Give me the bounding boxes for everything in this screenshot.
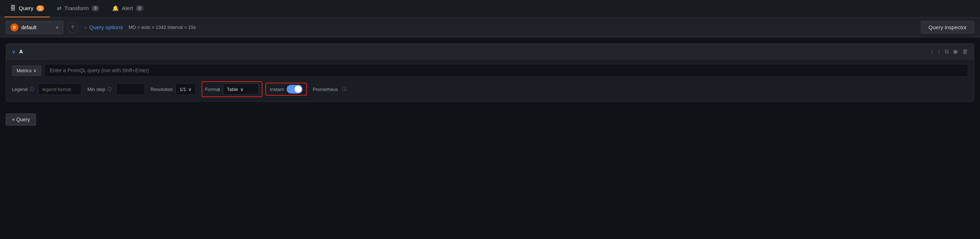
format-select[interactable]: Table ∨ [223, 83, 259, 95]
resolution-select[interactable]: 1/1 ∨ [176, 83, 196, 95]
move-up-icon[interactable]: ↑ [937, 48, 940, 55]
instant-label: Instant [270, 87, 284, 92]
options-row: Legend ⓘ Min step ⓘ Resolution 1/1 ∨ For… [12, 81, 968, 97]
datasource-name: default [21, 24, 52, 30]
tab-transform[interactable]: ⇄ Transform 0 [51, 0, 105, 17]
min-step-input[interactable] [116, 83, 145, 95]
query-panel: ∨ A ↓ ↑ ⧉ ◉ 🗑 Metrics ∨ Legend ⓘ Min ste… [6, 43, 974, 102]
tab-alert[interactable]: 🔔 Alert 0 [107, 0, 149, 17]
panel-letter: A [19, 48, 23, 55]
metrics-label: Metrics [17, 68, 32, 73]
resolution-chevron-icon: ∨ [188, 87, 192, 92]
toggle-thumb [294, 85, 302, 93]
database-icon: 🗄 [10, 5, 16, 11]
bell-icon: 🔔 [112, 5, 119, 11]
legend-input[interactable] [38, 83, 81, 95]
query-options-meta: MD = auto = 1342 Interval = 15s [129, 24, 196, 30]
tab-transform-badge: 0 [92, 5, 99, 11]
min-step-info-icon[interactable]: ⓘ [107, 86, 112, 92]
query-panel-header: ∨ A ↓ ↑ ⧉ ◉ 🗑 [6, 44, 974, 59]
add-query-section: + Query [0, 107, 980, 132]
query-input[interactable] [45, 64, 968, 77]
resolution-label: Resolution [151, 87, 173, 92]
transform-icon: ⇄ [57, 5, 62, 11]
tab-query-label: Query [19, 5, 33, 11]
resolution-value: 1/1 [180, 87, 186, 92]
query-options-bar: D default ∨ ? › Query options MD = auto … [0, 17, 980, 38]
metrics-chevron-icon: ∨ [33, 68, 37, 73]
query-row: Metrics ∨ Legend ⓘ Min step ⓘ Resolution… [6, 59, 974, 101]
prometheus-info-icon[interactable]: ⓘ [342, 86, 347, 92]
panel-collapse-button[interactable]: ∨ [12, 49, 16, 55]
copy-icon[interactable]: ⧉ [945, 48, 949, 55]
add-query-button[interactable]: + Query [6, 113, 36, 126]
query-options-link[interactable]: Query options [89, 24, 123, 30]
breadcrumb-arrow: › [84, 24, 86, 31]
help-button[interactable]: ? [67, 22, 78, 33]
instant-section: Instant [266, 83, 307, 96]
query-inspector-button[interactable]: Query inspector [921, 21, 974, 34]
datasource-selector[interactable]: D default ∨ [6, 21, 64, 34]
format-value: Table [227, 87, 238, 92]
chevron-down-icon: ∨ [56, 25, 59, 30]
trash-icon[interactable]: 🗑 [963, 48, 968, 55]
format-label: Format [205, 87, 220, 92]
legend-label: Legend [12, 87, 27, 92]
min-step-label: Min step [87, 87, 105, 92]
format-section: Format Table ∨ [202, 81, 262, 97]
tab-alert-label: Alert [122, 5, 133, 11]
instant-toggle[interactable] [286, 85, 302, 93]
eye-icon[interactable]: ◉ [953, 48, 958, 55]
tab-transform-label: Transform [65, 5, 89, 11]
prometheus-label: Prometheus [313, 87, 338, 92]
datasource-avatar: D [10, 24, 18, 31]
legend-info-icon[interactable]: ⓘ [30, 86, 34, 92]
help-icon: ? [71, 24, 73, 30]
tab-query[interactable]: 🗄 Query 1 [4, 0, 50, 17]
tab-bar: 🗄 Query 1 ⇄ Transform 0 🔔 Alert 0 [0, 0, 980, 17]
metrics-row: Metrics ∨ [12, 64, 968, 77]
format-chevron-icon: ∨ [240, 87, 244, 92]
tab-query-badge: 1 [37, 5, 44, 11]
move-down-icon[interactable]: ↓ [930, 48, 933, 55]
panel-actions: ↓ ↑ ⧉ ◉ 🗑 [930, 48, 968, 55]
tab-alert-badge: 0 [136, 5, 143, 11]
metrics-button[interactable]: Metrics ∨ [12, 65, 41, 76]
